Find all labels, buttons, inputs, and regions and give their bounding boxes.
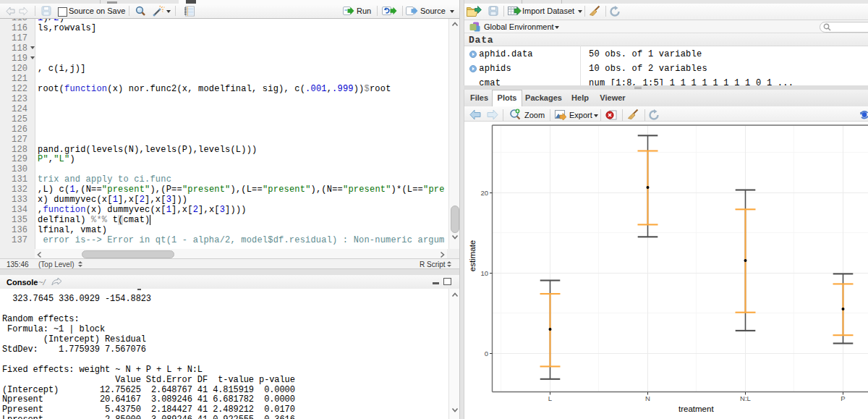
svg-text:treatment: treatment [678,405,714,413]
svg-text:estimate: estimate [468,240,477,271]
svg-text:P: P [841,394,845,402]
svg-text:20: 20 [480,189,488,197]
svg-text:10: 10 [480,269,488,277]
svg-text:0: 0 [485,350,488,357]
svg-text:N: N [645,394,650,402]
svg-text:L: L [548,394,552,402]
svg-text:N:L: N:L [740,394,751,402]
